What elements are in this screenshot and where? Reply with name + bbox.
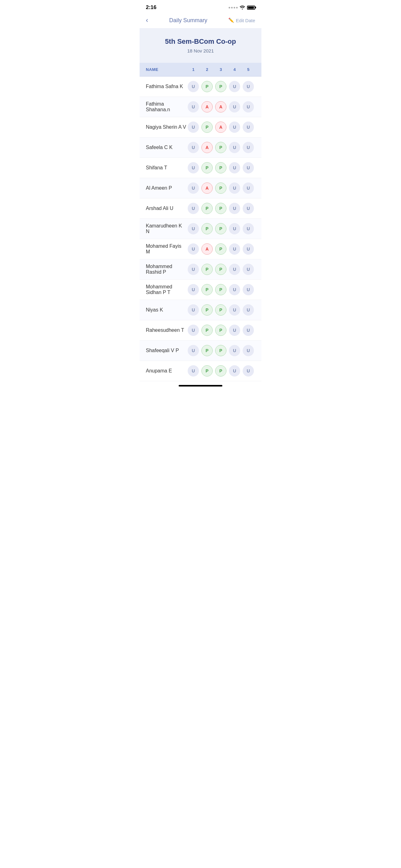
attendance-badge-period-3[interactable]: P — [215, 81, 226, 92]
attendance-badge-period-3[interactable]: P — [215, 345, 226, 356]
attendance-badge-period-1[interactable]: U — [188, 101, 199, 113]
attendance-badge-period-2[interactable]: P — [201, 122, 213, 133]
attendance-badge-period-2[interactable]: A — [201, 142, 213, 153]
home-indicator — [140, 381, 261, 389]
attendance-badge-period-5[interactable]: U — [243, 162, 254, 174]
attendance-badge-period-2[interactable]: P — [201, 284, 213, 295]
period-5-header: 5 — [241, 67, 255, 72]
attendance-badge-period-2[interactable]: P — [201, 365, 213, 376]
attendance-badge-period-2[interactable]: P — [201, 203, 213, 214]
attendance-badge-period-1[interactable]: U — [188, 183, 199, 194]
attendance-badge-period-3[interactable]: P — [215, 223, 226, 234]
status-time: 2:16 — [146, 4, 157, 11]
student-name: Fathima Shahana.n — [146, 101, 187, 113]
attendance-badge-period-2[interactable]: P — [201, 304, 213, 316]
attendance-badge-period-3[interactable]: P — [215, 365, 226, 376]
attendance-badge-period-1[interactable]: U — [188, 243, 199, 255]
attendance-badge-period-5[interactable]: U — [243, 264, 254, 275]
attendance-badge-period-5[interactable]: U — [243, 304, 254, 316]
class-date: 18 Nov 2021 — [146, 48, 255, 54]
attendance-badge-period-4[interactable]: U — [229, 324, 240, 336]
attendance-badge-period-4[interactable]: U — [229, 345, 240, 356]
back-button[interactable]: ‹ — [146, 16, 148, 24]
attendance-badge-period-5[interactable]: U — [243, 203, 254, 214]
attendance-badge-period-5[interactable]: U — [243, 183, 254, 194]
attendance-badge-period-3[interactable]: P — [215, 203, 226, 214]
student-name: Mohamed Fayis M — [146, 243, 187, 255]
status-bar: 2:16 — [140, 0, 261, 13]
attendance-badge-period-2[interactable]: A — [201, 183, 213, 194]
attendance-badge-period-3[interactable]: P — [215, 183, 226, 194]
navigation-bar: ‹ Daily Summary ✏️ Edit Date — [140, 13, 261, 28]
attendance-badge-period-4[interactable]: U — [229, 162, 240, 174]
attendance-badge-period-5[interactable]: U — [243, 101, 254, 113]
attendance-badge-period-3[interactable]: P — [215, 142, 226, 153]
attendance-badge-period-4[interactable]: U — [229, 264, 240, 275]
edit-date-button[interactable]: ✏️ Edit Date — [228, 18, 255, 23]
attendance-badge-period-1[interactable]: U — [188, 162, 199, 174]
attendance-badge-period-3[interactable]: P — [215, 304, 226, 316]
attendance-badge-period-3[interactable]: P — [215, 243, 226, 255]
attendance-badge-period-4[interactable]: U — [229, 365, 240, 376]
attendance-badge-period-1[interactable]: U — [188, 122, 199, 133]
period-3-header: 3 — [214, 67, 228, 72]
attendance-badge-period-5[interactable]: U — [243, 122, 254, 133]
attendance-badge-period-4[interactable]: U — [229, 122, 240, 133]
attendance-badge-period-1[interactable]: U — [188, 284, 199, 295]
attendance-badge-period-1[interactable]: U — [188, 365, 199, 376]
attendance-badge-period-3[interactable]: P — [215, 162, 226, 174]
table-row: Shafeeqali V PUPPUU — [140, 341, 261, 361]
edit-icon: ✏️ — [228, 18, 234, 23]
attendance-badge-period-2[interactable]: P — [201, 81, 213, 92]
student-name: Shifana T — [146, 165, 187, 170]
attendance-badge-period-4[interactable]: U — [229, 284, 240, 295]
attendance-badge-period-4[interactable]: U — [229, 203, 240, 214]
table-row: Arshad Ali UUPPUU — [140, 198, 261, 219]
attendance-badge-period-5[interactable]: U — [243, 223, 254, 234]
attendance-badge-period-4[interactable]: U — [229, 101, 240, 113]
attendance-badge-period-5[interactable]: U — [243, 81, 254, 92]
attendance-badge-period-5[interactable]: U — [243, 345, 254, 356]
attendance-badge-period-5[interactable]: U — [243, 324, 254, 336]
attendance-badge-period-2[interactable]: P — [201, 264, 213, 275]
attendance-badge-period-5[interactable]: U — [243, 243, 254, 255]
attendance-badge-period-1[interactable]: U — [188, 324, 199, 336]
attendance-badge-period-3[interactable]: A — [215, 122, 226, 133]
attendance-badge-period-4[interactable]: U — [229, 304, 240, 316]
attendance-badge-period-3[interactable]: A — [215, 101, 226, 113]
status-icons — [229, 5, 255, 10]
attendance-badge-period-4[interactable]: U — [229, 183, 240, 194]
table-row: Shifana TUPPUU — [140, 158, 261, 178]
attendance-badge-period-4[interactable]: U — [229, 142, 240, 153]
edit-date-label: Edit Date — [236, 18, 255, 23]
attendance-badge-period-2[interactable]: P — [201, 223, 213, 234]
attendance-badge-period-5[interactable]: U — [243, 284, 254, 295]
attendance-badge-period-1[interactable]: U — [188, 203, 199, 214]
home-bar — [179, 385, 222, 386]
attendance-badge-period-3[interactable]: P — [215, 324, 226, 336]
attendance-badge-period-2[interactable]: P — [201, 162, 213, 174]
attendance-badge-period-4[interactable]: U — [229, 243, 240, 255]
table-row: Raheesudheen TUPPUU — [140, 320, 261, 341]
attendance-badge-period-1[interactable]: U — [188, 142, 199, 153]
attendance-badge-period-4[interactable]: U — [229, 81, 240, 92]
attendance-badge-period-2[interactable]: A — [201, 101, 213, 113]
attendance-badge-period-3[interactable]: P — [215, 264, 226, 275]
attendance-badge-period-2[interactable]: P — [201, 345, 213, 356]
period-4-header: 4 — [228, 67, 241, 72]
attendance-badge-period-2[interactable]: A — [201, 243, 213, 255]
student-name: Raheesudheen T — [146, 328, 187, 333]
attendance-badge-period-4[interactable]: U — [229, 223, 240, 234]
attendance-badge-period-5[interactable]: U — [243, 142, 254, 153]
attendance-badge-period-1[interactable]: U — [188, 223, 199, 234]
attendance-badge-period-2[interactable]: P — [201, 324, 213, 336]
name-column-header: NAME — [146, 67, 187, 72]
attendance-badge-period-5[interactable]: U — [243, 365, 254, 376]
attendance-badge-period-1[interactable]: U — [188, 345, 199, 356]
table-row: Mohammed Sidhan P TUPPUU — [140, 280, 261, 300]
attendance-badge-period-1[interactable]: U — [188, 81, 199, 92]
attendance-badge-period-3[interactable]: P — [215, 284, 226, 295]
attendance-badge-period-1[interactable]: U — [188, 264, 199, 275]
attendance-badge-period-1[interactable]: U — [188, 304, 199, 316]
student-name: Mohammed Rashid P — [146, 264, 187, 275]
